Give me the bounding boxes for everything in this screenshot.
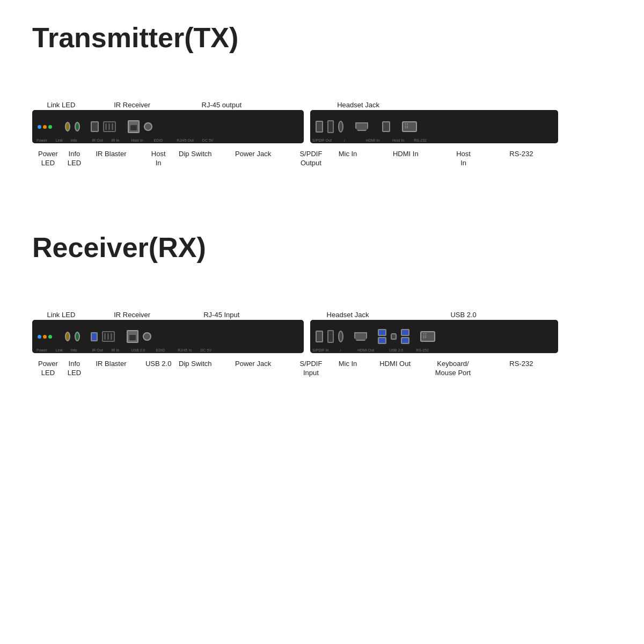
tx-sublabel-link: Link: [56, 138, 63, 142]
tx-sublabel-dc5v: DC 5V: [202, 138, 214, 142]
tx-bot-dip-switch: Dip Switch: [179, 150, 211, 159]
tx-bot-mic-in: Mic In: [339, 150, 357, 159]
rx-ir-in-port: [75, 332, 80, 341]
rx-right-strip: S/PDIF In ♪ HDMI Out USB 2.0 RS-152: [310, 320, 558, 353]
rx-bot-power-jack: Power Jack: [235, 360, 271, 369]
rx-usb-stack2: [401, 329, 409, 344]
tx-bot-rs232: RS-232: [509, 150, 533, 159]
rx-dip-switch: [102, 331, 115, 342]
tx-bot-host-in: HostIn: [151, 150, 166, 168]
tx-right-strip: S/PDIF Out ♪ HDMI In Host In RS-232: [310, 110, 558, 143]
rx-hdmi-out-port: [354, 332, 367, 341]
tx-bot-info-led: InfoLED: [68, 150, 81, 168]
rx-label-usb20: USB 2.0: [450, 311, 476, 320]
tx-diagram: Link LED IR Receiver RJ-45 output Headse…: [32, 70, 558, 199]
rx-device-strips: Power Link Info IR Out IR In USB 2.0 EDI…: [32, 320, 558, 353]
rx-headphone-jack: [338, 331, 343, 342]
tx-bot-spdif-out: S/PDIFOutput: [299, 150, 322, 168]
rx-usb-a2-top: [401, 329, 409, 336]
tx-label-ir-receiver: IR Receiver: [114, 101, 150, 110]
rx-usb-a2-bottom: [401, 337, 409, 344]
rx-sublabel-micin: ♪: [339, 348, 341, 352]
tx-dc-jack: [144, 122, 152, 131]
rx-sublabel-hdmiout: HDMI Out: [357, 348, 374, 352]
rx-bot-keyboard-mouse: Keyboard/Mouse Port: [435, 360, 471, 378]
tx-hdmi-in-port: [355, 122, 368, 131]
rx-bot-mic-in: Mic In: [339, 360, 357, 369]
tx-host-in-port: [91, 121, 99, 132]
rx-usb20-port: [91, 332, 98, 341]
rx-port-sublabels: Power Link Info IR Out IR In USB 2.0 EDI…: [36, 348, 211, 352]
tx-sublabel-power: Power: [36, 138, 47, 142]
tx-device-strips: Power Link Info IR Out IR In Host In EDI…: [32, 110, 558, 143]
rx-sublabel-irout: IR Out: [92, 348, 103, 352]
rx-usb-stack: [378, 329, 386, 344]
rx-sublabel-irin: IR In: [112, 348, 120, 352]
tx-sublabel-hdmiin: HDMI In: [365, 138, 379, 142]
rx-bottom-labels: PowerLED InfoLED IR Blaster USB 2.0 Dip …: [32, 355, 558, 409]
tx-bottom-labels: PowerLED InfoLED IR Blaster HostIn Dip S…: [32, 145, 558, 199]
rx-sublabel-info: Info: [71, 348, 77, 352]
tx-power-led: [38, 125, 41, 129]
rx-mini-usb-port: [391, 333, 397, 340]
tx-bot-host-in-r: HostIn: [456, 150, 471, 168]
rx-ir-out-port: [65, 332, 70, 341]
tx-left-strip: Power Link Info IR Out IR In Host In EDI…: [32, 110, 304, 143]
receiver-section: Receiver(RX) Link LED IR Receiver RJ-45 …: [32, 231, 558, 409]
tx-right-sublabels: S/PDIF Out ♪ HDMI In Host In RS-232: [312, 138, 427, 142]
tx-sublabel-irin: IR In: [112, 138, 120, 142]
rx-sublabel-usb: USB 2.0: [131, 348, 145, 352]
tx-rj45-port: [128, 120, 140, 133]
tx-sublabel-hostin-r: Host In: [392, 138, 404, 142]
rx-usb-a-top: [378, 329, 386, 336]
rx-bot-spdif-in: S/PDIFInput: [299, 360, 322, 378]
rx-label-headset-jack: Headset Jack: [327, 311, 369, 320]
rx-sublabel-spdifin: S/PDIF In: [312, 348, 328, 352]
tx-sublabel-hostin: Host In: [131, 138, 143, 142]
rx-rj45-port: [127, 330, 138, 343]
tx-bot-power-jack: Power Jack: [235, 150, 271, 159]
tx-sublabel-info: Info: [71, 138, 77, 142]
transmitter-section: Transmitter(TX) Link LED IR Receiver RJ-…: [32, 21, 558, 199]
rx-label-rj45-input: RJ-45 Input: [203, 311, 239, 320]
rx-sublabel-usb20-r: USB 2.0: [389, 348, 403, 352]
tx-link-led: [43, 125, 47, 129]
rx-info-led: [48, 335, 52, 339]
tx-headphone-jack: [338, 121, 343, 133]
rx-dc-jack: [143, 332, 151, 341]
rx-spdif-switch: [316, 331, 323, 342]
rx-label-ir-receiver: IR Receiver: [114, 311, 150, 320]
rx-bot-ir-blaster: IR Blaster: [96, 360, 126, 369]
tx-info-led: [48, 125, 52, 129]
tx-dip-switch: [103, 121, 116, 132]
tx-label-rj45-output: RJ-45 output: [202, 101, 241, 110]
tx-bot-hdmi-in: HDMI In: [393, 150, 419, 159]
tx-sublabel-micin: ♪: [343, 138, 346, 142]
rx-bot-power-led: PowerLED: [38, 360, 58, 378]
tx-bot-power-led: PowerLED: [38, 150, 58, 168]
tx-label-link-led: Link LED: [47, 101, 76, 110]
tx-leds: [38, 125, 52, 129]
tx-sublabel-irout: IR Out: [92, 138, 103, 142]
rx-top-labels: Link LED IR Receiver RJ-45 Input Headset…: [32, 280, 558, 320]
rx-bot-rs232: RS-232: [509, 360, 533, 369]
rx-bot-hdmi-out: HDMI Out: [379, 360, 411, 369]
rx-sublabel-edid: EDID: [156, 348, 165, 352]
rx-sublabel-rs232: RS-152: [416, 348, 429, 352]
tx-sublabel-rj45out: RJ/45 Out: [177, 138, 194, 142]
rx-sublabel-link: Link: [56, 348, 63, 352]
rx-power-led: [38, 335, 41, 339]
rx-sublabel-dc: DC 5V: [200, 348, 211, 352]
rx-bot-info-led: InfoLED: [68, 360, 81, 378]
tx-ir-out-port: [65, 122, 70, 131]
rx-leds: [38, 335, 52, 339]
tx-host-in-right-port: [382, 121, 390, 132]
rx-diagram: Link LED IR Receiver RJ-45 Input Headset…: [32, 280, 558, 409]
rx-rs232-port: [420, 331, 435, 342]
rx-link-led: [43, 335, 47, 339]
receiver-title: Receiver(RX): [32, 231, 558, 264]
rx-bot-usb20: USB 2.0: [145, 360, 171, 369]
rx-label-link-led: Link LED: [47, 311, 76, 320]
tx-spdif-switch: [316, 121, 323, 133]
rx-spdif-in-port: [327, 330, 334, 343]
